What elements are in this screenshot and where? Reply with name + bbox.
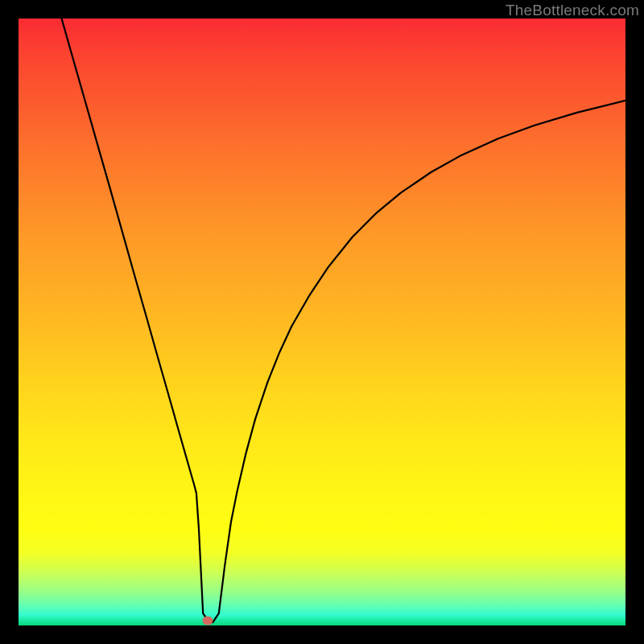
attribution-text: TheBottleneck.com bbox=[506, 2, 639, 19]
optimal-point-marker bbox=[203, 616, 213, 625]
chart-plot-area bbox=[19, 19, 625, 625]
chart-frame: TheBottleneck.com bbox=[0, 0, 644, 644]
bottleneck-curve bbox=[19, 19, 625, 625]
